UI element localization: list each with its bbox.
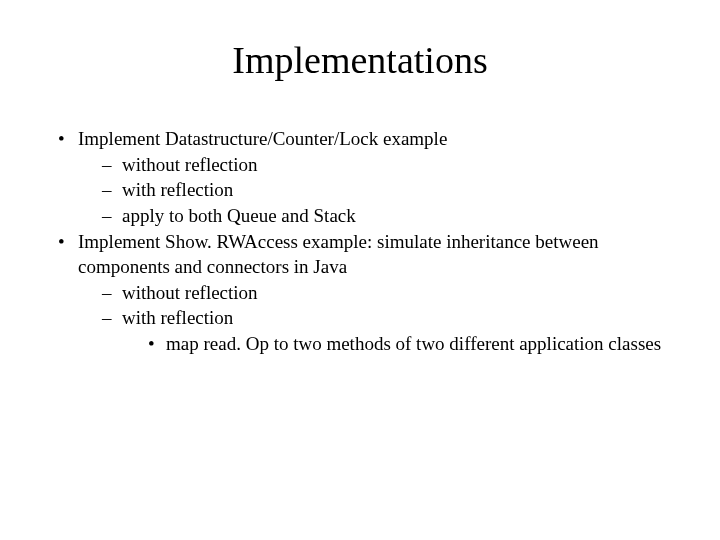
bullet-text: Implement Show. RWAccess example: simula… [78,231,599,278]
dash-text: apply to both Queue and Stack [122,205,356,226]
dash-item: – without reflection [102,152,670,178]
subbullet-item: • map read. Op to two methods of two dif… [146,331,670,357]
bullet-list: • Implement Datastructure/Counter/Lock e… [50,126,670,357]
dash-icon: – [102,152,112,178]
slide: Implementations • Implement Datastructur… [0,0,720,540]
dash-icon: – [102,203,112,229]
dash-text: without reflection [122,154,258,175]
bullet-item: • Implement Show. RWAccess example: simu… [50,229,670,357]
dash-item: – without reflection [102,280,670,306]
bullet-item: • Implement Datastructure/Counter/Lock e… [50,126,670,229]
dash-text: with reflection [122,307,233,328]
bullet-text: Implement Datastructure/Counter/Lock exa… [78,128,447,149]
dash-list: – without reflection – with reflection –… [78,152,670,229]
subbullet-text: map read. Op to two methods of two diffe… [166,333,661,354]
dash-icon: – [102,305,112,331]
dash-item: – apply to both Queue and Stack [102,203,670,229]
bullet-icon: • [148,331,155,357]
dash-item: – with reflection • map read. Op to two … [102,305,670,356]
slide-title: Implementations [50,38,670,82]
dash-item: – with reflection [102,177,670,203]
dash-text: with reflection [122,179,233,200]
dash-icon: – [102,177,112,203]
dash-icon: – [102,280,112,306]
bullet-icon: • [58,126,65,152]
subbullet-list: • map read. Op to two methods of two dif… [122,331,670,357]
dash-list: – without reflection – with reflection •… [78,280,670,357]
bullet-icon: • [58,229,65,255]
dash-text: without reflection [122,282,258,303]
